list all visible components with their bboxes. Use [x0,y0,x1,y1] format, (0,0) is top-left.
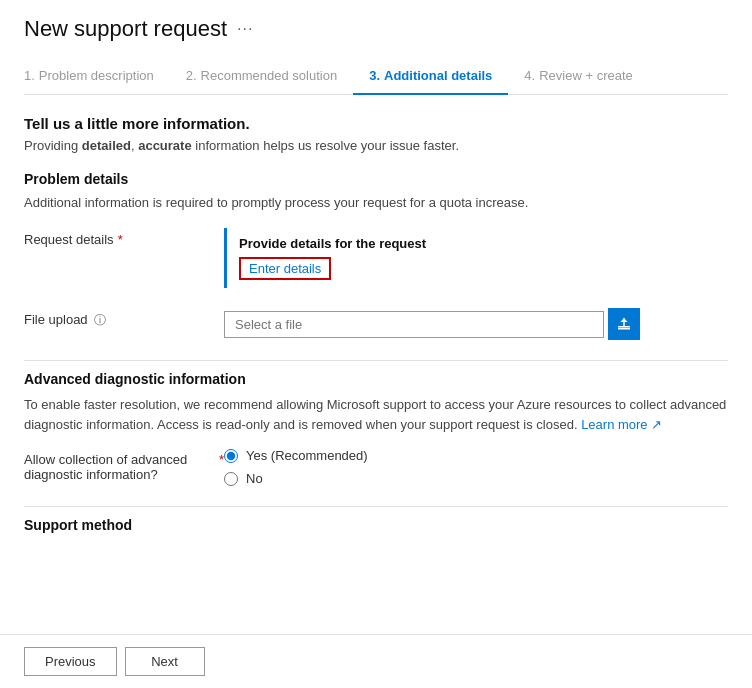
step-2-label: Recommended solution [201,68,338,83]
previous-button[interactable]: Previous [24,647,117,676]
allow-collection-row: Allow collection of advanced diagnostic … [24,448,728,486]
radio-no-input[interactable] [224,472,238,486]
next-button[interactable]: Next [125,647,205,676]
svg-rect-0 [618,326,630,328]
wizard-step-2[interactable]: 2. Recommended solution [170,60,353,95]
step-4-label: Review + create [539,68,633,83]
wizard-step-1[interactable]: 1. Problem description [24,60,170,95]
required-marker: * [118,232,123,247]
file-upload-label: File upload ⓘ [24,308,224,329]
file-upload-button[interactable] [608,308,640,340]
intro-title: Tell us a little more information. [24,115,728,132]
step-2-num: 2. [186,68,197,83]
step-3-num: 3. [369,68,380,83]
file-upload-row: File upload ⓘ [24,308,728,340]
adv-description: To enable faster resolution, we recommen… [24,395,728,434]
request-details-label: Request details * [24,228,224,247]
radio-yes-input[interactable] [224,449,238,463]
divider-2 [24,506,728,507]
adv-heading: Advanced diagnostic information [24,371,728,387]
problem-details-desc: Additional information is required to pr… [24,195,728,210]
radio-no-label: No [246,471,263,486]
bottom-nav: Previous Next [0,634,752,688]
file-upload-info-icon[interactable]: ⓘ [94,312,106,329]
diagnostic-radio-group: Yes (Recommended) No [224,448,728,486]
allow-collection-label: Allow collection of advanced diagnostic … [24,448,224,482]
allow-collection-control: Yes (Recommended) No [224,448,728,486]
wizard-step-3[interactable]: 3. Additional details [353,60,508,95]
step-4-num: 4. [524,68,535,83]
wizard-step-4[interactable]: 4. Review + create [508,60,648,95]
svg-marker-2 [621,318,628,322]
upload-icon [616,316,632,332]
intro-description: Providing detailed, accurate information… [24,138,728,153]
step-1-label: Problem description [39,68,154,83]
support-method-heading: Support method [24,517,728,533]
request-details-row: Request details * Provide details for th… [24,228,728,288]
enter-details-link[interactable]: Enter details [239,257,331,280]
divider [24,360,728,361]
learn-more-link[interactable]: Learn more ↗ [581,417,662,432]
radio-yes-label: Yes (Recommended) [246,448,368,463]
radio-yes-item[interactable]: Yes (Recommended) [224,448,728,463]
provide-details-title: Provide details for the request [239,236,716,251]
ellipsis-menu-button[interactable]: ··· [237,20,253,38]
page-title-row: New support request ··· [24,16,728,42]
wizard-steps: 1. Problem description 2. Recommended so… [24,60,728,95]
request-details-box: Provide details for the request Enter de… [224,228,728,288]
step-3-label: Additional details [384,68,492,83]
request-details-control: Provide details for the request Enter de… [224,228,728,288]
svg-rect-3 [618,328,630,330]
radio-no-item[interactable]: No [224,471,728,486]
file-upload-control [224,308,728,340]
step-1-num: 1. [24,68,35,83]
file-upload-input[interactable] [224,311,604,338]
problem-details-heading: Problem details [24,171,728,187]
page-title: New support request [24,16,227,42]
